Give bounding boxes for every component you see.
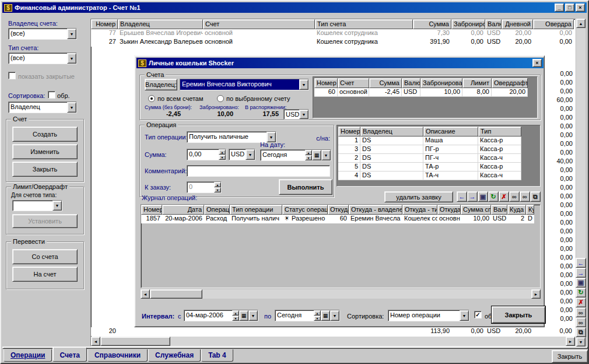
column-header[interactable]: Владелец: [118, 19, 203, 29]
close-button[interactable]: ×: [576, 4, 585, 12]
column-header[interactable]: Тип счета: [315, 19, 413, 29]
column-header[interactable]: Лимит: [462, 78, 492, 88]
column-header[interactable]: Счет: [203, 19, 315, 29]
find-icon[interactable]: ∞: [576, 307, 586, 317]
calendar-icon[interactable]: ▦: [312, 150, 321, 160]
column-header[interactable]: Валю: [491, 205, 507, 215]
column-header[interactable]: Сумма сп: [461, 205, 491, 215]
column-header[interactable]: Забронирован: [420, 78, 462, 88]
table-row[interactable]: 3DSПГ-рКасса-р: [338, 145, 521, 154]
close-account-button[interactable]: Закрыть: [12, 162, 78, 177]
column-header[interactable]: Сумма: [369, 78, 402, 88]
column-header[interactable]: Описание: [423, 127, 478, 136]
column-header[interactable]: Ку: [526, 205, 534, 215]
tab-1[interactable]: Операции: [3, 349, 52, 362]
chevron-down-icon[interactable]: ▼: [246, 149, 255, 160]
spin-down-icon[interactable]: ▾: [314, 316, 321, 321]
chevron-down-icon[interactable]: ▼: [67, 29, 76, 39]
find-next-icon[interactable]: ∞: [520, 191, 530, 202]
column-header[interactable]: Владелец: [360, 127, 423, 136]
table-row[interactable]: 185720-мар-2006РасходПолучить налич☀ Раз…: [141, 215, 540, 223]
column-header[interactable]: Валю: [402, 78, 420, 88]
table-row[interactable]: 20113,900,00USD20,000,00: [91, 327, 574, 336]
chevron-down-icon[interactable]: ▼: [248, 310, 258, 321]
save-icon[interactable]: ▣: [576, 278, 586, 288]
maximize-button[interactable]: □: [565, 4, 574, 12]
column-header[interactable]: Операци: [204, 205, 230, 215]
copy-icon[interactable]: ⧉: [576, 327, 586, 337]
currency-select[interactable]: USD ▼: [283, 109, 309, 120]
type-filter-select[interactable]: (все) ▼: [8, 52, 77, 64]
delete-icon[interactable]: ✗: [499, 191, 509, 202]
interval-from-input[interactable]: 04-мар-2006 ▴▾ ▦ ▼: [184, 310, 258, 321]
scroll-right-icon[interactable]: ►: [531, 289, 541, 299]
next-icon[interactable]: →: [467, 191, 478, 202]
spin-up-icon[interactable]: ▴: [232, 310, 239, 316]
bottom-close-button[interactable]: Закрыть: [552, 350, 588, 363]
transfer-from-button[interactable]: Со счета: [12, 249, 78, 264]
spin-up-icon[interactable]: ▴: [219, 149, 226, 155]
copy-icon[interactable]: ⧉: [530, 191, 541, 202]
tab-3[interactable]: Справочники: [87, 349, 148, 362]
scrollbar-thumb[interactable]: [150, 289, 202, 299]
wallet-owner-select[interactable]: Еремин Вячеслав Викторович ▼: [180, 79, 309, 90]
all-accounts-radio[interactable]: [148, 95, 155, 102]
find-next-icon[interactable]: ∞: [576, 317, 586, 327]
operation-currency-select[interactable]: USD ▼: [229, 149, 255, 160]
comment-input[interactable]: [187, 165, 330, 177]
delete-request-button[interactable]: удалить заявку: [384, 191, 453, 202]
column-header[interactable]: Овердрафт: [492, 78, 528, 88]
refresh-icon[interactable]: ↻: [576, 288, 586, 298]
prev-icon[interactable]: ←: [457, 191, 467, 202]
date-input[interactable]: Сегодня ▴▾ ▦ ▼: [260, 149, 331, 161]
table-row[interactable]: 77Ерышев Вячеслав ИгоревичосновнойКошеле…: [91, 29, 575, 38]
scrollbar-track[interactable]: [576, 28, 586, 258]
calendar-icon[interactable]: ▦: [239, 310, 248, 321]
prev-icon[interactable]: ←: [576, 258, 586, 268]
scroll-right-icon[interactable]: ►: [566, 337, 575, 346]
account-type-select[interactable]: ▼: [12, 200, 62, 211]
chevron-down-icon[interactable]: ▼: [67, 53, 76, 64]
chevron-down-icon[interactable]: ▼: [67, 102, 76, 113]
journal-horizontal-scrollbar[interactable]: ◄ ►: [141, 289, 541, 299]
title-bar[interactable]: $ Финансовый администратор - Счет №1 _ □…: [2, 2, 587, 13]
create-account-button[interactable]: Создать: [12, 127, 78, 142]
chevron-down-icon[interactable]: ▼: [460, 310, 469, 321]
set-limit-button[interactable]: Установить: [12, 214, 78, 228]
owner-picker-button[interactable]: Владелец:: [145, 79, 177, 90]
column-header[interactable]: Дневной: [502, 19, 533, 29]
tab-5[interactable]: Tab 4: [201, 349, 233, 362]
spin-down-icon[interactable]: ▾: [219, 155, 226, 160]
chevron-down-icon[interactable]: ▼: [299, 79, 308, 90]
column-header[interactable]: Овердра: [533, 19, 574, 29]
table-row[interactable]: 5DSТА-рКасса-р: [338, 163, 521, 172]
table-row[interactable]: 27Зыкин Александр ВалерьевичосновнойКоше…: [91, 38, 575, 47]
table-row[interactable]: 1DSМашаКасса-р: [338, 136, 521, 145]
minimize-button[interactable]: _: [555, 4, 564, 12]
column-header[interactable]: Откуда - тип: [402, 205, 437, 215]
chevron-down-icon[interactable]: ▼: [321, 150, 331, 160]
table-row[interactable]: 2DSПГ-чКасса-ч: [338, 154, 521, 163]
column-header[interactable]: Валю: [485, 19, 502, 29]
sort-select[interactable]: Владелец ▼: [8, 102, 77, 113]
find-icon[interactable]: ∞: [509, 191, 520, 202]
column-header[interactable]: Тип: [478, 127, 521, 136]
tab-2[interactable]: Счета: [52, 348, 87, 362]
column-header[interactable]: Откуда: [437, 205, 461, 215]
scroll-up-icon[interactable]: ▲: [576, 19, 586, 28]
column-header[interactable]: Номер: [314, 78, 338, 88]
column-header[interactable]: Сумма: [413, 19, 451, 29]
column-header[interactable]: Номер: [91, 19, 118, 29]
edit-account-button[interactable]: Изменить: [12, 144, 78, 159]
calendar-icon[interactable]: ▦: [321, 310, 330, 321]
spin-down-icon[interactable]: ▾: [232, 316, 239, 321]
owner-filter-select[interactable]: (все) ▼: [8, 28, 77, 40]
transfer-to-button[interactable]: На счет: [12, 267, 78, 282]
interval-to-input[interactable]: Сегодня ▴▾ ▦ ▼: [275, 310, 340, 321]
spin-down-icon[interactable]: ▾: [305, 155, 312, 160]
table-row[interactable]: 60основной-2,45USD10,008,0020,00: [314, 88, 528, 97]
dialog-close-button[interactable]: Закрыть: [492, 306, 545, 323]
column-header[interactable]: Тип операции: [230, 205, 282, 215]
order-input[interactable]: 0 ▴▾: [187, 181, 222, 193]
horizontal-scrollbar[interactable]: ◄ ►: [91, 337, 575, 346]
